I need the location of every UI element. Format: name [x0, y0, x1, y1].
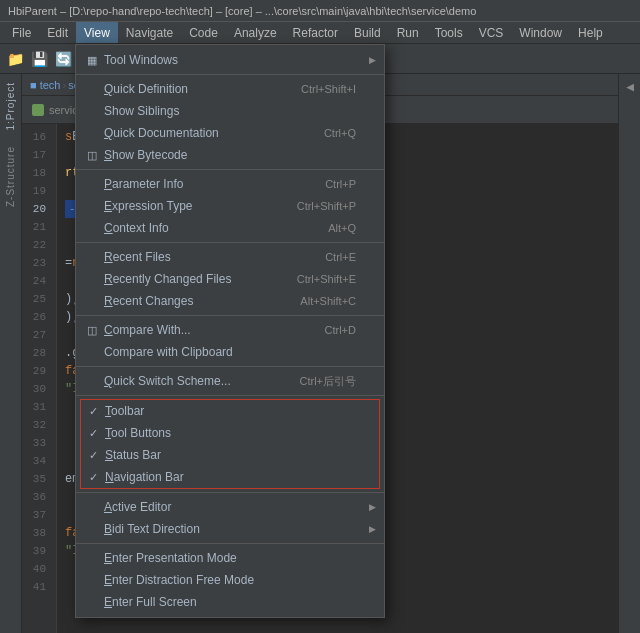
- menu-refactor[interactable]: Refactor: [285, 22, 346, 43]
- distraction-free-label: Enter Distraction Free Mode: [104, 573, 372, 587]
- nav-tech[interactable]: ■ tech: [30, 79, 61, 91]
- ln-19: 19: [22, 182, 52, 200]
- full-screen-icon: [84, 594, 100, 610]
- title-text: HbiParent – [D:\repo-hand\repo-tech\tech…: [8, 5, 476, 17]
- recent-files-icon: [84, 249, 100, 265]
- menu-context-info[interactable]: Context Info Alt+Q: [76, 217, 384, 239]
- menu-view[interactable]: View: [76, 22, 118, 43]
- presentation-icon: [84, 550, 100, 566]
- ln-35: 35: [22, 470, 52, 488]
- menu-compare-clipboard[interactable]: Compare with Clipboard: [76, 341, 384, 363]
- menu-status-bar[interactable]: ✓ Status Bar: [81, 444, 379, 466]
- menu-distraction-free[interactable]: Enter Distraction Free Mode: [76, 569, 384, 591]
- sidebar-project-label[interactable]: 1:Project: [2, 74, 19, 138]
- ln-17: 17: [22, 146, 52, 164]
- menu-recent-files[interactable]: Recent Files Ctrl+E: [76, 246, 384, 268]
- menu-tool-windows[interactable]: ▦ Tool Windows: [76, 49, 384, 71]
- toolbar-check: ✓: [89, 405, 105, 418]
- menu-recent-changes[interactable]: Recent Changes Alt+Shift+C: [76, 290, 384, 312]
- ln-38: 38: [22, 524, 52, 542]
- menu-parameter-info[interactable]: Parameter Info Ctrl+P: [76, 173, 384, 195]
- nav-bar-label: Navigation Bar: [105, 470, 367, 484]
- recent-changes-icon: [84, 293, 100, 309]
- menu-navigation-bar[interactable]: ✓ Navigation Bar: [81, 466, 379, 488]
- active-editor-label: Active Editor: [104, 500, 372, 514]
- ln-28: 28: [22, 344, 52, 362]
- compare-clipboard-icon: [84, 344, 100, 360]
- open-file-btn[interactable]: 📁: [4, 48, 26, 70]
- save-btn[interactable]: 💾: [28, 48, 50, 70]
- ln-27: 27: [22, 326, 52, 344]
- menu-bar: File Edit View Navigate Code Analyze Ref…: [0, 22, 640, 44]
- show-bytecode-icon: ◫: [84, 147, 100, 163]
- menu-full-screen[interactable]: Enter Full Screen: [76, 591, 384, 613]
- menu-active-editor[interactable]: Active Editor: [76, 496, 384, 518]
- menu-quick-documentation[interactable]: Quick Documentation Ctrl+Q: [76, 122, 384, 144]
- menu-help[interactable]: Help: [570, 22, 611, 43]
- show-siblings-label: Show Siblings: [104, 104, 372, 118]
- tool-windows-label: Tool Windows: [104, 53, 372, 67]
- status-bar-check: ✓: [89, 449, 105, 462]
- menu-quick-switch[interactable]: Quick Switch Scheme... Ctrl+后引号: [76, 370, 384, 392]
- quick-doc-icon: [84, 125, 100, 141]
- menu-analyze[interactable]: Analyze: [226, 22, 285, 43]
- menu-bidi-text[interactable]: Bidi Text Direction: [76, 518, 384, 540]
- menu-recently-changed[interactable]: Recently Changed Files Ctrl+Shift+E: [76, 268, 384, 290]
- menu-navigate[interactable]: Navigate: [118, 22, 181, 43]
- quick-switch-label: Quick Switch Scheme...: [104, 374, 299, 388]
- menu-show-bytecode[interactable]: ◫ Show Bytecode: [76, 144, 384, 166]
- right-sidebar-label[interactable]: ▶: [621, 74, 638, 102]
- quick-def-shortcut: Ctrl+Shift+I: [301, 83, 372, 95]
- recently-changed-shortcut: Ctrl+Shift+E: [297, 273, 372, 285]
- ln-34: 34: [22, 452, 52, 470]
- ln-32: 32: [22, 416, 52, 434]
- context-info-shortcut: Alt+Q: [328, 222, 372, 234]
- compare-with-label: Compare With...: [104, 323, 325, 337]
- active-editor-icon: [84, 499, 100, 515]
- distraction-free-icon: [84, 572, 100, 588]
- quick-doc-shortcut: Ctrl+Q: [324, 127, 372, 139]
- quick-def-icon: [84, 81, 100, 97]
- menu-edit[interactable]: Edit: [39, 22, 76, 43]
- quick-switch-shortcut: Ctrl+后引号: [299, 374, 372, 389]
- menu-code[interactable]: Code: [181, 22, 226, 43]
- recent-files-label: Recent Files: [104, 250, 325, 264]
- ln-41: 41: [22, 578, 52, 596]
- line-numbers: 16 17 18 19 20 21 22 23 24 25 26 27 28 2…: [22, 124, 57, 633]
- recent-changes-label: Recent Changes: [104, 294, 300, 308]
- compare-with-icon: ◫: [84, 322, 100, 338]
- menu-toolbar[interactable]: ✓ Toolbar: [81, 400, 379, 422]
- menu-compare-with[interactable]: ◫ Compare With... Ctrl+D: [76, 319, 384, 341]
- toolbar-label: Toolbar: [105, 404, 367, 418]
- ln-26: 26: [22, 308, 52, 326]
- dropdown-menu-container: ▦ Tool Windows Quick Definition Ctrl+Shi…: [75, 44, 385, 618]
- ln-16: 16: [22, 128, 52, 146]
- menu-tool-buttons[interactable]: ✓ Tool Buttons: [81, 422, 379, 444]
- menu-window[interactable]: Window: [511, 22, 570, 43]
- ln-20: 20: [22, 200, 52, 218]
- menu-sep-1: [76, 74, 384, 75]
- show-bytecode-label: Show Bytecode: [104, 148, 372, 162]
- nav-bar-check: ✓: [89, 471, 105, 484]
- menu-vcs[interactable]: VCS: [471, 22, 512, 43]
- recently-changed-label: Recently Changed Files: [104, 272, 297, 286]
- quick-def-label: Quick Definition: [104, 82, 301, 96]
- menu-presentation-mode[interactable]: Enter Presentation Mode: [76, 547, 384, 569]
- ln-18: 18: [22, 164, 52, 182]
- menu-show-siblings[interactable]: Show Siblings: [76, 100, 384, 122]
- menu-file[interactable]: File: [4, 22, 39, 43]
- sidebar-structure-label[interactable]: Z-Structure: [2, 138, 19, 215]
- expr-type-icon: [84, 198, 100, 214]
- ln-31: 31: [22, 398, 52, 416]
- menu-quick-definition[interactable]: Quick Definition Ctrl+Shift+I: [76, 78, 384, 100]
- ln-33: 33: [22, 434, 52, 452]
- quick-doc-label: Quick Documentation: [104, 126, 324, 140]
- menu-build[interactable]: Build: [346, 22, 389, 43]
- sync-btn[interactable]: 🔄: [52, 48, 74, 70]
- quick-switch-icon: [84, 373, 100, 389]
- menu-expression-type[interactable]: Expression Type Ctrl+Shift+P: [76, 195, 384, 217]
- menu-tools[interactable]: Tools: [427, 22, 471, 43]
- menu-run[interactable]: Run: [389, 22, 427, 43]
- tool-buttons-check: ✓: [89, 427, 105, 440]
- param-info-label: Parameter Info: [104, 177, 325, 191]
